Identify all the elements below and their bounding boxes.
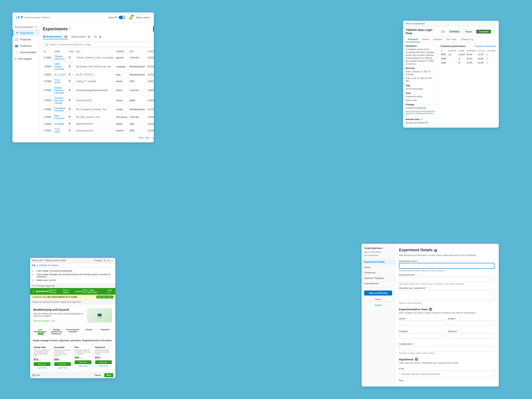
ts-findings-link[interactable]: https://i-hub.intuit.com/projects/IXP/is… xyxy=(406,110,435,117)
analyst-input[interactable] xyxy=(448,320,494,326)
ts-col-id: ID xyxy=(440,49,447,53)
cell-name[interactable]: Test MAB xyxy=(53,121,67,127)
designer-input[interactable] xyxy=(399,333,446,339)
create-sidebar-setup[interactable]: Setup xyxy=(361,265,395,270)
qb-buy-essentials[interactable]: Buy now xyxy=(54,362,71,366)
create-sidebar-exp-details[interactable]: Experiment Details xyxy=(361,259,395,265)
ts-complete-button[interactable]: Complete xyxy=(476,30,491,33)
create-sidebar-treatments[interactable]: Treatments xyxy=(361,270,395,275)
qb-highlight-btn[interactable]: ◈ Highlight all changes xyxy=(37,264,58,266)
page-prev[interactable]: Prev xyxy=(145,137,150,139)
cell-app: TurboTax xyxy=(128,113,146,121)
qb-talk-sales[interactable]: Talk to Sales: 1.877.683.3280 xyxy=(82,289,106,294)
cell-id: 170581 xyxy=(43,62,53,72)
ts-cell-actions[interactable]: ▾ xyxy=(486,53,496,57)
hypothesis-subtitle: Help everyone better understand your exp… xyxy=(399,361,494,364)
hypothesis-if-input[interactable] xyxy=(399,371,494,377)
table-row[interactable]: 170581 Test MAB ⚗ regularExperiment dlew… xyxy=(43,121,154,127)
qb-buy-advanced[interactable]: Buy now xyxy=(95,360,112,364)
cell-name[interactable]: TY21-32431 xyxy=(53,127,67,134)
cell-name[interactable]: C360 Hybrid Load Test xyxy=(53,62,67,72)
tab-my-experiments[interactable]: My Experiments 12 xyxy=(43,34,68,39)
sidebar-item-proposals[interactable]: 📋 Proposals xyxy=(13,36,39,43)
qb-video-link[interactable]: See how it works · 1:30 xyxy=(33,320,55,322)
qb-nav-pricing[interactable]: Plans & Pricing xyxy=(50,289,61,294)
cancel-link[interactable]: Cancel xyxy=(364,303,392,307)
toggle-pill[interactable] xyxy=(119,16,125,19)
qb-tier-simple-price: $12/mo xyxy=(34,358,51,361)
cell-name[interactable]: TY21-32432 xyxy=(53,77,67,85)
qb-sign-in[interactable]: Sign in xyxy=(108,289,113,294)
page-title-area: Experiments ▾ xyxy=(43,27,71,31)
create-new-button[interactable]: Create new xyxy=(153,26,154,32)
cell-name[interactable]: Date Functions xyxy=(53,113,67,121)
user-info[interactable]: Dylan Lewis ▾ xyxy=(136,16,151,19)
tab-bookmarked[interactable]: Bookmarked 4 xyxy=(71,34,91,39)
sidebar-item-support[interactable]: # #ixp-support xyxy=(13,56,39,62)
save-review-button[interactable]: Save and Review xyxy=(364,291,392,296)
ts-cell-actions[interactable]: ▾ xyxy=(486,61,496,65)
ts-tab-details[interactable]: Details xyxy=(420,37,431,42)
tab-all[interactable]: All 4 xyxy=(94,34,102,39)
ts-cell-intended: 33.4% xyxy=(466,53,477,57)
qb-learn-simple[interactable]: Learn more xyxy=(34,367,51,369)
sidebar-item-label-experiments: Experiments xyxy=(20,32,34,34)
ts-tab-changelog[interactable]: Change Log xyxy=(459,37,475,42)
table-row[interactable]: 170581 TY21-32432 ⚗ Testing_FT_ssingh20 … xyxy=(43,77,154,85)
table-row[interactable]: 170581 TY21-32431 ⚗ test-experiment-sh g… xyxy=(43,127,154,134)
qb-expand-icon[interactable]: ⤢ xyxy=(111,259,113,262)
admin-input[interactable] xyxy=(399,320,446,326)
ts-tab-overview[interactable]: Overview xyxy=(406,37,420,42)
page-first[interactable]: First xyxy=(139,137,143,139)
cell-type: ⚗ xyxy=(67,113,75,121)
cell-name[interactable]: Sample Payment Calculator xyxy=(53,85,67,95)
cell-owner: dlewis xyxy=(115,85,128,95)
qb-learn-plus[interactable]: Learn more xyxy=(75,365,91,367)
describe-textarea[interactable] xyxy=(399,290,494,300)
sidebar-item-audiences[interactable]: 👥 Audiences xyxy=(13,43,39,49)
exp-key-input[interactable] xyxy=(399,277,494,282)
table-row[interactable]: 170581 Sample Payment Calculator ⚗ sampl… xyxy=(43,85,154,95)
qb-nav-support[interactable]: Support xyxy=(75,290,82,293)
cell-name[interactable]: TSheets GeoFence xyxy=(53,54,67,62)
import-button[interactable]: Import xyxy=(364,297,392,302)
qb-buy-plus[interactable]: Buy now xyxy=(75,360,91,364)
ts-breadcrumb[interactable]: Return to dashboard xyxy=(406,22,424,25)
ts-cell-actions[interactable]: ▾ xyxy=(486,57,496,61)
new-ixp-toggle[interactable]: New IXP xyxy=(108,16,125,19)
table-row[interactable]: 170581 If Assigned Functions ⚗ RA_If_Ass… xyxy=(43,106,154,113)
search-input[interactable] xyxy=(50,43,154,46)
table-row[interactable]: 170581 AT_211221 ⚗ haj_AT_2112221_1 ahaj… xyxy=(43,72,154,77)
qb-nav-how[interactable]: How It Works xyxy=(63,289,73,294)
collaborators-input[interactable] xyxy=(399,346,494,351)
notification-bell[interactable]: 🔔 xyxy=(128,14,134,20)
create-sidebar-dependencies[interactable]: Dependencies xyxy=(361,281,395,286)
qb-cancel-button[interactable]: Cancel xyxy=(92,373,103,377)
cell-owner: megaraju xyxy=(115,62,128,72)
ts-tab-devtools[interactable]: Dev Tools xyxy=(444,37,459,42)
table-row[interactable]: 170581 TSheets GeoFence ⚗ TSheets_Geofen… xyxy=(43,54,154,62)
cell-name[interactable]: If Assigned Functions xyxy=(53,106,67,113)
ts-refresh-btn[interactable]: Treatment performance xyxy=(475,45,496,47)
qb-save-button[interactable]: Save xyxy=(104,373,113,377)
table-row[interactable]: 170581 Date Functions ⚗ RA_Date_Function… xyxy=(43,113,154,121)
ts-tab-analytics[interactable]: Analytics xyxy=(431,37,444,42)
ts-pause-button[interactable]: Pause xyxy=(463,30,474,34)
qb-learn-essentials[interactable]: Learn more xyxy=(54,367,71,369)
qb-offer-btn[interactable]: Buy now & save xyxy=(96,296,113,298)
ts-more-icon[interactable]: ⋮ xyxy=(493,30,496,34)
cell-name[interactable]: AT_211221 xyxy=(53,72,67,77)
table-row[interactable]: 170581 C360 Hybrid Load Test ⚗ RA_Defaul… xyxy=(43,62,154,72)
sidebar-item-experiments[interactable]: ⚗ Experiments xyxy=(13,30,39,36)
env-selector[interactable]: E2E Environment ▾ xyxy=(13,24,39,30)
qb-hl-label: Highlight all changes xyxy=(39,264,58,266)
exp-name-input[interactable] xyxy=(399,263,494,269)
cell-name[interactable]: TurboTax Pay Flow Change xyxy=(53,95,67,106)
qb-back-link[interactable]: Back to IXP xyxy=(32,259,43,262)
sidebar-item-documentation[interactable]: 📄 Documentation xyxy=(13,49,39,56)
engineer-input[interactable] xyxy=(448,333,494,339)
create-sidebar-audience[interactable]: Audience Targeting xyxy=(361,275,395,281)
qb-buy-simple[interactable]: Buy now xyxy=(34,362,51,366)
table-row[interactable]: 170581 TurboTax Pay Flow Change ⚗ Test-E… xyxy=(43,95,154,106)
qb-learn-advanced[interactable]: Learn more xyxy=(95,365,112,367)
